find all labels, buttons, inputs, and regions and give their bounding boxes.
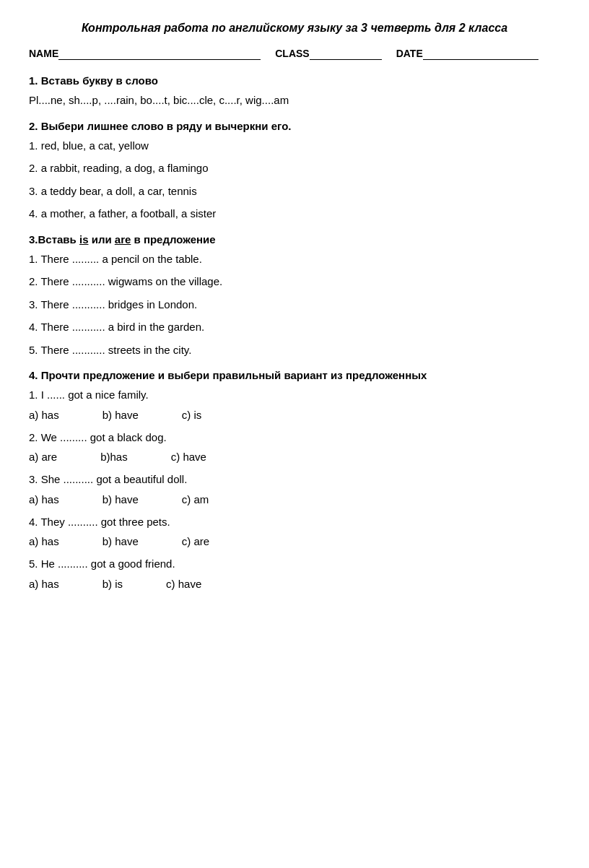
list-item: 3. There ........... bridges in London.	[29, 295, 560, 314]
class-line	[310, 48, 382, 60]
class-label: CLASS	[275, 48, 309, 59]
option: a) are	[29, 451, 57, 463]
option: b) is	[102, 578, 123, 590]
option: a) has	[29, 535, 59, 547]
section-3: 3.Вставь is или are в предложение 1. The…	[29, 233, 560, 360]
option: a) has	[29, 493, 59, 505]
section-3-is: is	[79, 233, 89, 246]
option: b) have	[102, 535, 139, 547]
option: b) have	[102, 493, 139, 505]
section-2-items: 1. red, blue, a cat, yellow 2. a rabbit,…	[29, 136, 560, 223]
option: a) has	[29, 409, 59, 421]
question-3-options: a) has b) have c) am	[29, 493, 560, 505]
name-label: NAME	[29, 48, 58, 59]
date-label: DATE	[396, 48, 423, 59]
list-item: 1. red, blue, a cat, yellow	[29, 136, 560, 155]
question-5-sentence: 5. He .......... got a good friend.	[29, 555, 560, 573]
list-item: 4. a mother, a father, a football, a sis…	[29, 204, 560, 223]
section-2: 2. Выбери лишнее слово в ряду и вычеркни…	[29, 120, 560, 223]
list-item: 5. There ........... streets in the city…	[29, 341, 560, 360]
section-3-are: are	[115, 233, 131, 246]
option: c) have	[171, 451, 206, 463]
option: b) have	[102, 409, 139, 421]
question-4-options: a) has b) have c) are	[29, 535, 560, 547]
question-5-options: a) has b) is c) have	[29, 578, 560, 590]
name-field: NAME	[29, 48, 261, 60]
option: c) have	[166, 578, 201, 590]
section-1: 1. Вставь букву в слово Pl....ne, sh....…	[29, 74, 560, 110]
section-1-content: Pl....ne, sh....p, ....rain, bo....t, bi…	[29, 91, 560, 110]
section-3-items: 1. There ......... a pencil on the table…	[29, 250, 560, 360]
question-4-sentence: 4. They .......... got three pets.	[29, 513, 560, 531]
question-1-options: a) has b) have c) is	[29, 409, 560, 421]
section-2-title: 2. Выбери лишнее слово в ряду и вычеркни…	[29, 120, 560, 132]
date-field: DATE	[396, 48, 538, 60]
option: c) am	[182, 493, 209, 505]
list-item: 2. There ........... wigwams on the vill…	[29, 272, 560, 291]
section-4-title: 4. Прочти предложение и выбери правильны…	[29, 369, 560, 381]
option: b)has	[100, 451, 128, 463]
list-item: 2. a rabbit, reading, a dog, a flamingo	[29, 159, 560, 178]
question-1-sentence: 1. I ...... got a nice family.	[29, 386, 560, 404]
page-title: Контрольная работа по английскому языку …	[29, 22, 560, 35]
section-4: 4. Прочти предложение и выбери правильны…	[29, 369, 560, 590]
option: c) are	[182, 535, 209, 547]
question-3-sentence: 3. She .......... got a beautiful doll.	[29, 470, 560, 489]
date-line	[423, 48, 538, 60]
question-2-options: a) are b)has c) have	[29, 451, 560, 463]
class-field: CLASS	[275, 48, 381, 60]
list-item: 4. There ........... a bird in the garde…	[29, 318, 560, 337]
question-2-sentence: 2. We ......... got a black dog.	[29, 428, 560, 447]
list-item: 3. a teddy bear, a doll, a car, tennis	[29, 182, 560, 201]
option: c) is	[182, 409, 202, 421]
section-3-title: 3.Вставь is или are в предложение	[29, 233, 560, 246]
name-line	[58, 48, 261, 60]
section-1-title: 1. Вставь букву в слово	[29, 74, 560, 87]
option: a) has	[29, 578, 59, 590]
header-row: NAME CLASS DATE	[29, 48, 560, 60]
list-item: 1. There ......... a pencil on the table…	[29, 250, 560, 269]
